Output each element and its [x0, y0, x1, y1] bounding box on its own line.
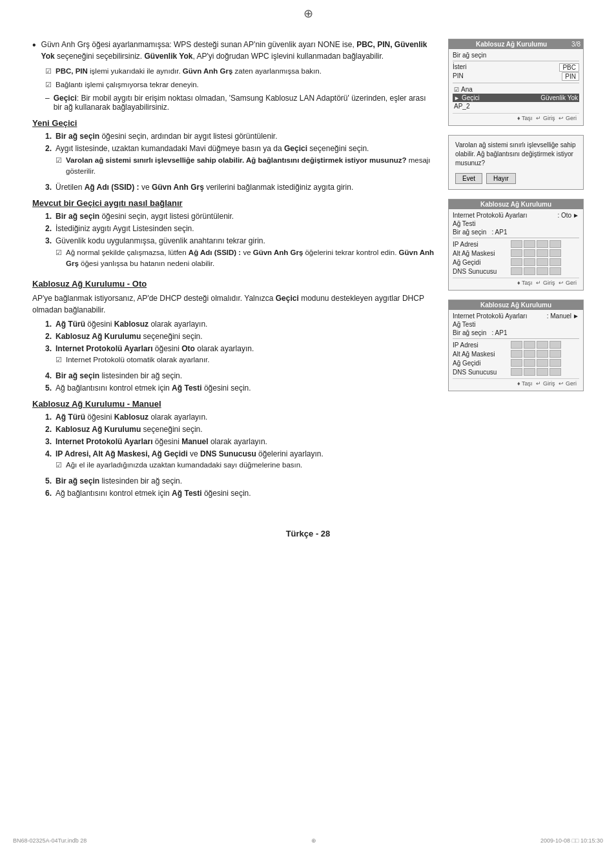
- section-mevcut: Mevcut bir Geçici aygıtı nasıl bağlanır …: [32, 198, 435, 272]
- manuel-text-1: Ağ Türü öğesini Kablosuz olarak ayarlayı…: [56, 413, 207, 422]
- footer-left: BN68-02325A-04Tur.indb 28: [13, 837, 87, 844]
- ui-body-1: Bir ağ seçin İsteri PBC PIN PIN ☑: [449, 49, 583, 125]
- oto-ip-row: IP Adresi: [453, 240, 579, 248]
- note-manuel-el: ☑ Ağı el ile ayarladığınızda uzaktan kum…: [56, 460, 323, 471]
- oto-altag-b4: [549, 249, 561, 257]
- oto-altag-b3: [537, 249, 548, 257]
- num-1: 1.: [45, 132, 52, 141]
- manuel-row-protokol: Internet Protokolü Ayarları : Manuel ►: [453, 312, 579, 320]
- manuel-num-2: 2.: [45, 425, 52, 434]
- page-label: Türkçe - 28: [286, 529, 331, 538]
- oto-text-3: Internet Protokolü Ayarları öğesini Oto …: [56, 344, 254, 368]
- note-text-1: PBC, PIN işlemi yukarıdaki ile aynıdır. …: [56, 66, 322, 77]
- ui-footer-1: ♦ Taşı ↵ Giriş ↩ Geri: [453, 113, 579, 123]
- manuel-gecid-boxes: [511, 359, 561, 367]
- ui-sep-1: [453, 61, 579, 61]
- list-manuel: 1. Ağ Türü öğesini Kablosuz olarak ayarl…: [45, 413, 435, 498]
- oto-altag-b1: [511, 249, 522, 257]
- manuel-label-protokol: Internet Protokolü Ayarları: [453, 312, 527, 320]
- note-varolan: ☑ Varolan ağ sistemi sınırlı işlevselliğ…: [56, 155, 435, 178]
- footer-center-icon: ⊕: [311, 837, 316, 844]
- note-baglanti: ☑ Bağlantı işlemi çalışmıyorsa tekrar de…: [45, 79, 435, 90]
- mevcut-num-1: 1.: [45, 212, 52, 221]
- oto-item-5: 5. Ağ bağlantısını kontrol etmek için Ağ…: [45, 384, 435, 393]
- list-yeni-gecici: 1. Bir ağ seçin öğesini seçin, ardından …: [45, 132, 435, 192]
- list-mevcut: 1. Bir ağ seçin öğesini seçin, aygıt lis…: [45, 212, 435, 272]
- manuel-gecid-b4: [549, 359, 561, 367]
- manuel-dns-boxes: [511, 368, 561, 376]
- ui-row-isteri: İsteri PBC: [453, 63, 579, 72]
- manuel-row-bir-ag: Bir ağ seçin : AP1: [453, 329, 579, 336]
- note-text-oto: Internet Protokolü otomatik olarak ayarl…: [66, 354, 209, 365]
- ui-sep-2: [453, 83, 579, 83]
- oto-value-protokol: : Oto ►: [557, 212, 579, 219]
- manuel-altag-b3: [537, 350, 548, 358]
- mevcut-item-2: 2. İstediğiniz aygıtı Aygıt Listesinden …: [45, 224, 435, 233]
- ui-row-pin: PIN PIN: [453, 72, 579, 81]
- manuel-item-5: 5. Bir ağ seçin listesinden bir ağ seçin…: [45, 476, 435, 486]
- list-label-ap2: AP_2: [454, 103, 469, 110]
- manuel-item-3: 3. Internet Protokolü Ayarları öğesini M…: [45, 437, 435, 446]
- note-text-normal: Ağ normal şekilde çalışmazsa, lütfen Ağ …: [66, 247, 435, 270]
- footer-bar: BN68-02325A-04Tur.indb 28 ⊕ 2009-10-08 □…: [0, 837, 616, 844]
- oto-gecid-b2: [524, 258, 535, 266]
- manuel-gecid-b1: [511, 359, 522, 367]
- dialog-text: Varolan ağ sistemi sınırlı işlevselliğe …: [455, 141, 577, 168]
- oto-row-ag-testi: Ağ Testi: [453, 220, 579, 227]
- bir-ag-label: Bir ağ seçin: [453, 52, 579, 59]
- manuel-altag-label: Alt Ağ Maskesi: [453, 351, 511, 358]
- ui-footer-oto: ♦ Taşı ↵ Giriş ↩ Geri: [453, 278, 579, 287]
- manuel-altag-row: Alt Ağ Maskesi: [453, 350, 579, 358]
- oto-num-1: 1.: [45, 320, 52, 329]
- ui-body-oto: Internet Protokolü Ayarları : Oto ► Ağ T…: [449, 209, 583, 290]
- footer-giris: ↵ Giriş: [536, 115, 555, 121]
- list-item-2: 2. Aygıt listesinde, uzaktan kumandadaki…: [45, 144, 435, 180]
- manuel-text-6: Ağ bağlantısını kontrol etmek için Ağ Te…: [56, 489, 251, 498]
- manuel-text-2: Kablosuz Ağ Kurulumu seçeneğini seçin.: [56, 425, 203, 434]
- note-icon-normal: ☑: [56, 249, 62, 257]
- manuel-item-2: 2. Kablosuz Ağ Kurulumu seçeneğini seçin…: [45, 425, 435, 434]
- ui-title-wrap-1: Kablosuz Ağ Kurulumu 3/8: [449, 39, 583, 49]
- text-1: Bir ağ seçin öğesini seçin, ardından bir…: [56, 132, 278, 141]
- manuel-altag-b4: [549, 350, 561, 358]
- oto-gecid-label: Ağ Geçidi: [453, 259, 511, 266]
- ui-box-manuel: Kablosuz Ağ Kurulumu Internet Protokolü …: [448, 300, 584, 391]
- list-item-1: 1. Bir ağ seçin öğesini seçin, ardından …: [45, 132, 435, 141]
- mevcut-num-3: 3.: [45, 236, 52, 272]
- manuel-text-4: IP Adresi, Alt Ağ Maskesi, Ağ Geçidi ve …: [56, 449, 323, 473]
- manuel-gecid-b2: [524, 359, 535, 367]
- dash-text: Geçici: Bir mobil aygıtı bir erişim nokt…: [54, 94, 435, 112]
- dialog-btn-evet[interactable]: Evet: [455, 173, 482, 184]
- list-icon-gecici: ►: [454, 95, 460, 101]
- manuel-value-protokol: : Manuel ►: [547, 312, 579, 320]
- intro-oto: AP'ye bağlanmak istiyorsanız, AP'de DHCP…: [32, 292, 435, 316]
- value-pin: PIN: [562, 72, 579, 81]
- oto-dns-b2: [524, 267, 535, 275]
- manuel-dns-b4: [549, 368, 561, 376]
- manuel-dns-b2: [524, 368, 535, 376]
- note-pbc-pin: ☑ PBC, PIN işlemi yukarıdaki ile aynıdır…: [45, 66, 435, 77]
- ui-box-oto: Kablosuz Ağ Kurulumu Internet Protokolü …: [448, 199, 584, 291]
- oto-gecid-b3: [537, 258, 548, 266]
- heading-mevcut: Mevcut bir Geçici aygıtı nasıl bağlanır: [32, 198, 435, 208]
- oto-gecid-b4: [549, 258, 561, 266]
- page: ⊕ • Güvn Anh Grş öğesi ayarlanmamışsa: W…: [0, 0, 616, 849]
- manuel-text-3: Internet Protokolü Ayarları öğesini Manu…: [56, 437, 267, 446]
- value-pbc: PBC: [559, 63, 579, 72]
- footer-geri: ↩ Geri: [559, 115, 577, 121]
- oto-footer-giris: ↵ Giriş: [536, 280, 555, 286]
- dialog-btn-hayir[interactable]: Hayır: [486, 173, 516, 184]
- mevcut-item-1: 1. Bir ağ seçin öğesini seçin, aygıt lis…: [45, 212, 435, 221]
- manuel-gecid-b3: [537, 359, 548, 367]
- manuel-dns-label: DNS Sunucusu: [453, 369, 511, 376]
- manuel-footer-giris: ↵ Giriş: [536, 380, 555, 387]
- manuel-ip-b1: [511, 341, 522, 349]
- oto-dns-row: DNS Sunucusu: [453, 267, 579, 275]
- oto-gecid-boxes: [511, 258, 561, 266]
- ui-box-1: Kablosuz Ağ Kurulumu 3/8 Bir ağ seçin İs…: [448, 39, 584, 126]
- oto-altag-b2: [524, 249, 535, 257]
- manuel-footer-tasi: ♦ Taşı: [517, 380, 532, 387]
- header-icon: ⊕: [303, 6, 313, 21]
- note-oto-auto: ☑ Internet Protokolü otomatik olarak aya…: [56, 354, 254, 365]
- manuel-ip-row: IP Adresi: [453, 341, 579, 349]
